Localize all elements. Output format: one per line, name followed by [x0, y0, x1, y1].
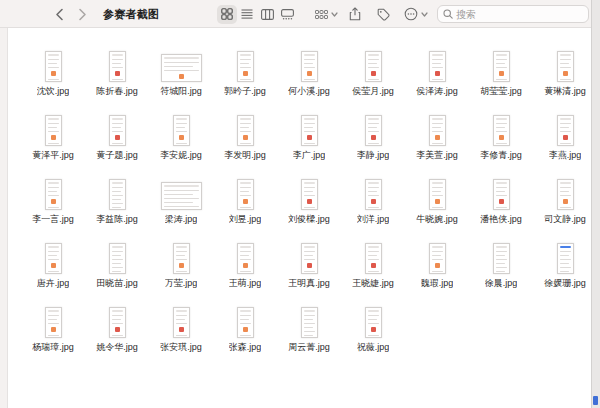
search-input[interactable] — [456, 9, 583, 20]
file-name: 李广.jpg — [293, 150, 326, 160]
file-thumbnail — [365, 51, 382, 82]
file-name: 李益陈.jpg — [96, 214, 138, 224]
file-item[interactable]: 侯泽涛.jpg — [405, 34, 469, 98]
file-item[interactable]: 李广.jpg — [277, 98, 341, 162]
window-title: 参赛者截图 — [103, 7, 159, 22]
view-gallery-button[interactable] — [277, 5, 297, 24]
file-item[interactable]: 李美萱.jpg — [405, 98, 469, 162]
file-thumbnail — [557, 243, 574, 274]
file-thumbnail — [301, 115, 318, 146]
group-by-button[interactable] — [315, 0, 338, 28]
file-thumbnail — [173, 307, 190, 338]
file-name: 李一言.jpg — [32, 214, 74, 224]
file-name: 祝薇.jpg — [357, 342, 390, 352]
file-thumbnail — [45, 307, 62, 338]
file-item[interactable]: 潘艳侠.jpg — [469, 162, 533, 226]
file-item[interactable]: 司文静.jpg — [533, 162, 597, 226]
file-item[interactable]: 唐卉.jpg — [21, 226, 85, 290]
view-list-button[interactable] — [237, 5, 257, 24]
file-item[interactable]: 万莹.jpg — [149, 226, 213, 290]
file-name: 司文静.jpg — [544, 214, 586, 224]
file-thumbnail — [301, 179, 318, 210]
file-item[interactable]: 李修青.jpg — [469, 98, 533, 162]
file-thumbnail — [493, 51, 510, 82]
file-name: 张安琪.jpg — [160, 342, 202, 352]
columns-view-icon — [261, 9, 274, 20]
file-item[interactable]: 陈折春.jpg — [85, 34, 149, 98]
file-item[interactable]: 李益陈.jpg — [85, 162, 149, 226]
tag-button[interactable] — [377, 0, 390, 28]
file-item[interactable]: 周云菁.jpg — [277, 290, 341, 354]
file-item[interactable]: 沈饮.jpg — [21, 34, 85, 98]
more-actions-button[interactable] — [404, 0, 428, 28]
file-name: 郭昑子.jpg — [224, 86, 266, 96]
file-name: 李美萱.jpg — [416, 150, 458, 160]
file-item[interactable]: 李发明.jpg — [213, 98, 277, 162]
file-item[interactable]: 黄琳清.jpg — [533, 34, 597, 98]
file-item[interactable]: 张安琪.jpg — [149, 290, 213, 354]
file-item[interactable]: 郭昑子.jpg — [213, 34, 277, 98]
file-thumbnail — [237, 51, 254, 82]
file-item[interactable]: 李安妮.jpg — [149, 98, 213, 162]
file-name: 王明真.jpg — [288, 278, 330, 288]
file-item[interactable]: 徐晨.jpg — [469, 226, 533, 290]
file-thumbnail — [237, 179, 254, 210]
file-item[interactable]: 田晓苗.jpg — [85, 226, 149, 290]
file-item[interactable]: 侯莹月.jpg — [341, 34, 405, 98]
file-item[interactable]: 李静.jpg — [341, 98, 405, 162]
chevron-left-icon — [55, 8, 64, 21]
file-item[interactable]: 胡莹莹.jpg — [469, 34, 533, 98]
file-item[interactable]: 梁涛.jpg — [149, 162, 213, 226]
file-name: 魏瑕.jpg — [421, 278, 454, 288]
file-thumbnail — [45, 51, 62, 82]
file-name: 何小溪.jpg — [288, 86, 330, 96]
file-item[interactable]: 刘洋.jpg — [341, 162, 405, 226]
file-item[interactable]: 徐媛珊.jpg — [533, 226, 597, 290]
file-item[interactable]: 祝薇.jpg — [341, 290, 405, 354]
file-item[interactable]: 黄泽平.jpg — [21, 98, 85, 162]
file-item[interactable]: 张森.jpg — [213, 290, 277, 354]
file-item[interactable]: 刘昱.jpg — [213, 162, 277, 226]
file-thumbnail — [173, 115, 190, 146]
file-name: 刘俊樑.jpg — [288, 214, 330, 224]
view-icon-grid-button[interactable] — [217, 5, 237, 24]
file-item[interactable]: 杨瑞璋.jpg — [21, 290, 85, 354]
search-field[interactable] — [437, 5, 589, 23]
file-thumbnail — [237, 243, 254, 274]
file-name: 牛晓婉.jpg — [416, 214, 458, 224]
file-item[interactable]: 黄子题.jpg — [85, 98, 149, 162]
share-icon — [349, 7, 361, 21]
file-item[interactable]: 李一言.jpg — [21, 162, 85, 226]
file-item[interactable]: 姚令华.jpg — [85, 290, 149, 354]
file-thumbnail — [365, 243, 382, 274]
view-columns-button[interactable] — [257, 5, 277, 24]
grid-view-icon — [221, 8, 233, 20]
file-thumbnail — [365, 115, 382, 146]
share-button[interactable] — [349, 0, 361, 28]
file-item[interactable]: 刘俊樑.jpg — [277, 162, 341, 226]
back-button[interactable] — [51, 0, 67, 28]
file-item[interactable]: 李燕.jpg — [533, 98, 597, 162]
file-thumbnail — [493, 179, 510, 210]
file-thumbnail — [301, 51, 318, 82]
forward-button[interactable] — [74, 0, 90, 28]
file-name: 李静.jpg — [357, 150, 390, 160]
file-name: 姚令华.jpg — [96, 342, 138, 352]
file-thumbnail — [429, 179, 446, 210]
file-name: 沈饮.jpg — [37, 86, 70, 96]
file-item[interactable]: 符城阳.jpg — [149, 34, 213, 98]
file-item[interactable]: 何小溪.jpg — [277, 34, 341, 98]
file-item[interactable]: 王晓婕.jpg — [341, 226, 405, 290]
finder-window: { "window": { "title": "参赛者截图" }, "toolb… — [0, 0, 600, 408]
file-item[interactable]: 牛晓婉.jpg — [405, 162, 469, 226]
chevron-down-icon — [331, 12, 338, 17]
file-thumbnail — [45, 243, 62, 274]
file-item[interactable]: 王明真.jpg — [277, 226, 341, 290]
file-name: 周云菁.jpg — [288, 342, 330, 352]
file-name: 李修青.jpg — [480, 150, 522, 160]
file-item[interactable]: 魏瑕.jpg — [405, 226, 469, 290]
sidebar-edge-sliver — [0, 28, 8, 408]
file-item[interactable]: 王萌.jpg — [213, 226, 277, 290]
chevron-right-icon — [78, 8, 87, 21]
file-name: 陈折春.jpg — [96, 86, 138, 96]
